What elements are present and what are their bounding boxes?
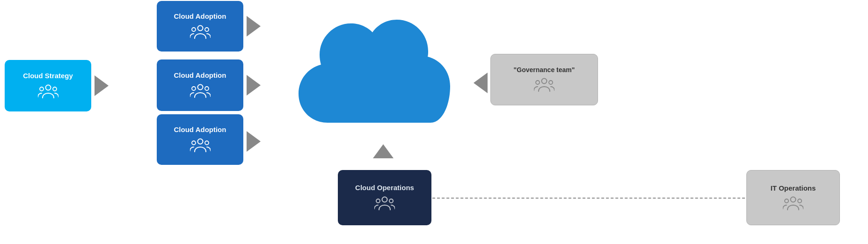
arrow-adoption1-to-cloud <box>247 16 261 37</box>
svg-point-11 <box>205 141 209 145</box>
cloud-strategy-box: Cloud Strategy <box>5 60 91 111</box>
cloud-adoption-2-label: Cloud Adoption <box>174 71 226 80</box>
svg-point-8 <box>205 87 209 90</box>
cloud-adoption-2-people-icon <box>190 82 211 99</box>
svg-point-15 <box>382 197 387 202</box>
governance-team-box: "Governance team" <box>490 54 598 105</box>
cloud-icon <box>285 10 468 151</box>
it-operations-label: IT Operations <box>771 184 816 192</box>
cloud-strategy-people-icon <box>38 83 58 100</box>
svg-point-10 <box>192 141 196 145</box>
svg-point-3 <box>197 26 203 31</box>
cloud-operations-people-icon <box>374 195 395 212</box>
svg-point-4 <box>192 28 196 31</box>
cloud-strategy-label: Cloud Strategy <box>23 72 73 80</box>
svg-point-19 <box>785 199 788 203</box>
cloud-adoption-3-people-icon <box>190 137 211 154</box>
arrow-governance-to-cloud <box>474 73 488 93</box>
svg-point-1 <box>40 87 44 91</box>
dashed-line-ops-to-it <box>432 198 745 199</box>
cloud-adoption-1-label: Cloud Adoption <box>174 12 226 21</box>
svg-point-17 <box>389 199 393 203</box>
it-operations-people-icon <box>783 195 803 212</box>
cloud-operations-label: Cloud Operations <box>355 184 414 192</box>
cloud-adoption-box-3: Cloud Adoption <box>157 114 243 165</box>
arrow-strategy-to-adoption <box>95 75 109 96</box>
svg-point-2 <box>53 87 57 91</box>
svg-point-16 <box>376 199 380 203</box>
svg-point-13 <box>536 81 540 84</box>
svg-point-0 <box>45 85 51 90</box>
governance-team-people-icon <box>534 76 554 93</box>
svg-point-6 <box>197 85 203 90</box>
svg-point-7 <box>192 87 196 90</box>
diagram-container: Cloud Strategy Cloud Adoption Cloud Adop… <box>0 0 868 244</box>
cloud-adoption-box-1: Cloud Adoption <box>157 1 243 52</box>
governance-team-label: "Governance team" <box>514 66 575 74</box>
svg-point-9 <box>197 139 203 144</box>
svg-point-14 <box>549 81 553 84</box>
arrow-adoption3-to-cloud <box>247 131 261 152</box>
it-operations-box: IT Operations <box>746 170 840 225</box>
cloud-adoption-box-2: Cloud Adoption <box>157 59 243 111</box>
svg-point-5 <box>205 28 209 31</box>
cloud-adoption-3-label: Cloud Adoption <box>174 126 226 134</box>
svg-point-20 <box>798 199 802 203</box>
svg-point-12 <box>542 79 547 84</box>
svg-point-18 <box>791 197 796 202</box>
cloud-adoption-1-people-icon <box>190 23 211 40</box>
cloud-operations-box: Cloud Operations <box>338 170 431 225</box>
arrow-ops-to-cloud <box>373 144 394 158</box>
arrow-adoption2-to-cloud <box>247 75 261 96</box>
